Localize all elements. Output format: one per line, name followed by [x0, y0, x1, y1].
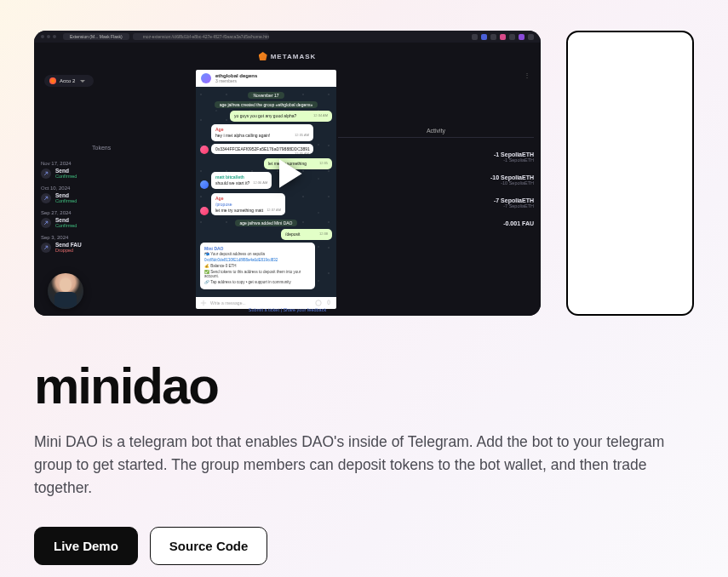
project-title: minidao: [34, 357, 694, 415]
play-button[interactable]: [267, 152, 309, 195]
system-message: age jaihwa created the group «ethglobal …: [215, 101, 318, 108]
message-in: Agehey i met alpha calling again!12:35 A…: [211, 124, 313, 141]
account-avatar-icon: [49, 77, 56, 84]
tx-date: Nov 17, 2024: [41, 161, 194, 166]
transaction-group: Sep 3, 2024 Send FAUDropped: [41, 235, 194, 253]
transaction-item[interactable]: SendConfirmed: [41, 192, 194, 203]
tx-date: Oct 10, 2024: [41, 186, 194, 191]
live-demo-button[interactable]: Live Demo: [34, 527, 138, 565]
bot-card-message: Mini DAO 📬 Your deposit address on sepol…: [200, 243, 315, 290]
transaction-group: Sep 27, 2024 SendConfirmed: [41, 210, 194, 228]
send-icon: [41, 193, 51, 203]
tx-date: Sep 3, 2024: [41, 235, 194, 240]
user-avatar-icon: [200, 146, 209, 154]
more-icon[interactable]: ⋮: [524, 71, 530, 79]
tokens-tab[interactable]: Tokens: [92, 145, 194, 151]
browser-tab: Extension (M... Mask Flask): [63, 33, 129, 40]
presenter-avatar: [48, 273, 83, 309]
tx-amount: -1 SepoliaETH-1 SepoliaETH: [338, 151, 534, 163]
metamask-fox-icon: [259, 52, 267, 60]
tx-amount: -7 SepoliaETH-7 SepoliaETH: [338, 197, 534, 209]
emoji-icon[interactable]: [315, 300, 322, 306]
transaction-group: Nov 17, 2024 SendConfirmed: [41, 161, 194, 179]
chat-header[interactable]: ethglobal degens 3 members: [196, 70, 336, 87]
mic-icon[interactable]: [325, 300, 332, 306]
system-message: age jaihwa added Mini DAO: [235, 220, 298, 226]
chevron-down-icon: [80, 80, 85, 83]
message-out: /deposit12:38: [281, 229, 332, 240]
message-input[interactable]: Write a message...: [210, 300, 312, 306]
browser-chrome: Extension (M... Mask Flask) moz-extensio…: [34, 31, 541, 43]
transaction-group: Oct 10, 2024 SendConfirmed: [41, 186, 194, 203]
message-out: yo guys you got any good alpha?12:34 AM: [230, 111, 332, 122]
secondary-media-card[interactable]: [566, 31, 694, 316]
chat-subtitle: 3 members: [215, 78, 257, 83]
transaction-item[interactable]: SendConfirmed: [41, 168, 194, 179]
attach-icon[interactable]: [200, 300, 207, 306]
date-pill: November 17: [248, 92, 284, 99]
send-icon: [41, 169, 51, 179]
svg-point-0: [316, 300, 321, 306]
message-in: Age/proposelet me try something matt12:3…: [211, 193, 285, 216]
video-preview-card[interactable]: Extension (M... Mask Flask) moz-extensio…: [34, 31, 541, 316]
account-name: Acco 2: [60, 78, 75, 83]
account-selector[interactable]: Acco 2: [44, 75, 94, 87]
activity-tab[interactable]: Activity: [338, 128, 534, 138]
svg-rect-1: [328, 300, 330, 305]
tx-date: Sep 27, 2024: [41, 210, 194, 215]
send-icon: [41, 243, 51, 253]
send-icon: [41, 218, 51, 228]
group-avatar-icon: [201, 73, 211, 83]
user-avatar-icon: [200, 180, 209, 189]
browser-url: moz-extension://d6f8d1bf-e8bc-427e-f827-…: [133, 33, 269, 40]
transaction-item[interactable]: SendConfirmed: [41, 217, 194, 228]
message-in: matt bitcallethshould we start it?12:36 …: [211, 172, 272, 189]
user-avatar-icon: [200, 207, 209, 215]
wallet-right-panel: ⋮ Activity -1 SepoliaETH-1 SepoliaETH -1…: [338, 70, 534, 309]
footer-links[interactable]: Submit a ticket | Share your feedback: [34, 307, 541, 312]
transaction-item[interactable]: Send FAUDropped: [41, 242, 194, 253]
transaction-list: Nov 17, 2024 SendConfirmed Oct 10, 2024: [41, 161, 194, 253]
project-description: Mini DAO is a telegram bot that enables …: [34, 431, 681, 500]
source-code-button[interactable]: Source Code: [150, 527, 268, 565]
tx-amount: -10 SepoliaETH-10 SepoliaETH: [338, 174, 534, 186]
app-brand-header: METAMASK: [34, 43, 541, 70]
tx-amount: -0.001 FAU: [338, 220, 534, 226]
